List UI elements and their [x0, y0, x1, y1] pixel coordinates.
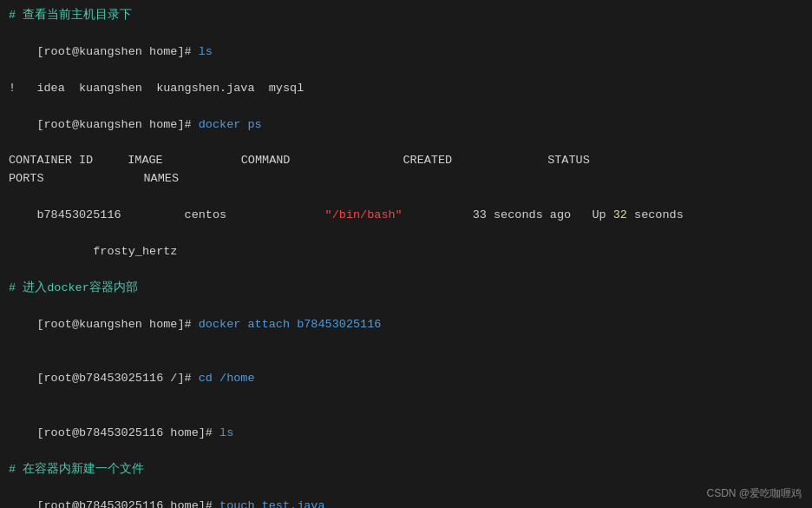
line-comment-1: # 查看当前主机目录下: [9, 7, 803, 25]
comment-enter-docker: # 进入docker容器内部: [9, 280, 803, 298]
status-rest: seconds: [627, 208, 684, 221]
prompt-3: [root@kuangshen home]#: [36, 318, 198, 331]
command-1: "/bin/bash": [325, 208, 403, 221]
prompt-1: [root@kuangshen home]#: [36, 45, 198, 58]
table-header-1: CONTAINER IDIMAGECOMMANDCREATEDSTATUS: [9, 152, 803, 170]
line-cd: [root@b78453025116 /]# cd /home: [9, 353, 803, 407]
image-1: centos: [185, 208, 325, 221]
line-4: [root@kuangshen home]# docker ps: [9, 98, 803, 153]
blank-1: [9, 261, 803, 280]
line-touch: [root@b78453025116 home]# touch test.jav…: [9, 479, 803, 508]
terminal: # 查看当前主机目录下 [root@kuangshen home]# ls ! …: [0, 0, 812, 508]
table-data-names-1: frosty_hertz: [9, 243, 803, 261]
cmd-ls-1: ls: [199, 45, 213, 58]
prompt-5: [root@b78453025116 home]#: [36, 426, 219, 439]
cmd-ls-2: ls: [219, 426, 233, 439]
table-subheader-1: PORTSNAMES: [9, 170, 803, 188]
container-id-1: b78453025116: [36, 208, 184, 221]
cmd-attach: docker attach b78453025116: [199, 318, 382, 331]
spacer1: [403, 208, 473, 221]
created-1: 33 seconds ago: [473, 208, 593, 221]
status-seconds: 32: [613, 208, 627, 221]
status-up: Up: [592, 208, 612, 221]
watermark: CSDN @爱吃咖喱鸡: [706, 486, 802, 501]
line-ls-container: [root@b78453025116 home]# ls: [9, 406, 803, 461]
table-data-row-1: b78453025116 centos "/bin/bash" 33 secon…: [9, 188, 803, 243]
line-ls-output: ! idea kuangshen kuangshen.java mysql: [9, 80, 803, 98]
prompt-6: [root@b78453025116 home]#: [36, 499, 219, 508]
cmd-cd: cd /home: [199, 372, 255, 385]
cmd-docker-ps-1: docker ps: [199, 118, 262, 131]
prompt-4: [root@b78453025116 /]#: [36, 372, 198, 385]
comment-touch: # 在容器内新建一个文件: [9, 461, 803, 479]
prompt-2: [root@kuangshen home]#: [36, 118, 198, 131]
line-2: [root@kuangshen home]# ls: [9, 25, 803, 80]
cmd-touch: touch test.java: [219, 499, 325, 508]
line-docker-attach: [root@kuangshen home]# docker attach b78…: [9, 298, 803, 353]
